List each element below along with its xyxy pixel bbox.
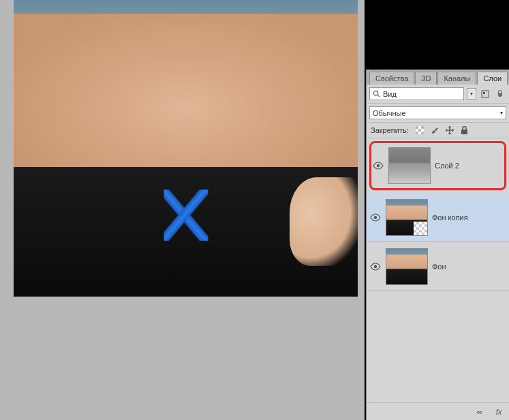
layer-name[interactable]: Фон копия (432, 213, 468, 222)
layer-item-layer2[interactable]: Слой 2 (369, 141, 506, 190)
layer-thumbnail[interactable] (386, 248, 428, 285)
layers-bottom-bar: ∞ fx (367, 402, 509, 420)
lock-position-icon[interactable] (444, 125, 455, 136)
svg-rect-10 (416, 132, 418, 134)
svg-rect-7 (416, 126, 418, 129)
filter-type-label: Вид (383, 90, 397, 98)
svg-point-15 (374, 215, 377, 218)
tab-3d[interactable]: 3D (415, 72, 437, 85)
image-region (14, 14, 358, 170)
layer-filter-type[interactable]: Вид (369, 87, 464, 100)
svg-rect-11 (421, 132, 424, 134)
layer-effects-icon[interactable]: fx (493, 406, 505, 418)
svg-rect-8 (421, 126, 424, 129)
layer-item-background[interactable]: Фон (367, 242, 509, 291)
svg-line-12 (435, 128, 437, 131)
svg-rect-13 (461, 130, 467, 134)
lock-all-icon[interactable] (459, 125, 470, 136)
layers-panel: Свойства 3D Каналы Слои Вид ▾ Обычные ▾ … (366, 70, 509, 420)
fx-label: fx (496, 408, 502, 416)
panel-tabs: Свойства 3D Каналы Слои (367, 70, 509, 85)
eye-icon (370, 262, 381, 271)
image-region (290, 177, 358, 266)
tab-layers[interactable]: Слои (477, 72, 508, 85)
visibility-toggle[interactable] (369, 213, 382, 222)
filter-pixel-icon[interactable] (479, 88, 491, 100)
document-canvas[interactable] (14, 0, 358, 297)
blend-mode-select[interactable]: Обычные ▾ (369, 106, 506, 119)
svg-point-0 (373, 91, 377, 95)
workspace (0, 0, 365, 420)
svg-point-16 (374, 265, 377, 267)
layer-thumbnail[interactable] (388, 147, 431, 184)
eye-icon (370, 213, 381, 222)
blend-mode-value: Обычные (373, 109, 406, 117)
svg-line-1 (377, 95, 380, 97)
visibility-toggle[interactable] (369, 262, 382, 271)
eye-icon (373, 162, 384, 170)
svg-point-5 (499, 91, 502, 93)
lock-row: Закрепить: (367, 123, 509, 138)
lock-label: Закрепить: (371, 126, 409, 134)
visibility-toggle[interactable] (372, 162, 384, 170)
tab-channels[interactable]: Каналы (437, 72, 476, 85)
layer-name[interactable]: Слой 2 (435, 162, 459, 170)
tab-properties[interactable]: Свойства (369, 72, 414, 85)
filter-dropdown-arrow[interactable]: ▾ (467, 88, 476, 100)
lock-icons (414, 125, 470, 136)
layer-thumbnail[interactable] (386, 199, 428, 236)
blend-mode-row: Обычные ▾ (367, 104, 509, 123)
search-icon (373, 90, 380, 97)
svg-point-14 (377, 164, 380, 166)
layer-name[interactable]: Фон (432, 262, 446, 271)
layer-item-background-copy[interactable]: Фон копия (367, 193, 509, 242)
image-region (164, 190, 208, 241)
link-layers-icon[interactable]: ∞ (474, 406, 486, 418)
svg-rect-9 (418, 129, 421, 132)
svg-rect-3 (483, 92, 485, 94)
lock-transparency-icon[interactable] (414, 125, 425, 136)
filter-toggle-icon[interactable] (494, 88, 506, 100)
chevron-down-icon: ▾ (500, 110, 503, 116)
layers-list: Слой 2 Фон копия Фон (367, 138, 509, 402)
lock-paint-icon[interactable] (429, 125, 440, 136)
layer-filter-row: Вид ▾ (367, 85, 509, 104)
